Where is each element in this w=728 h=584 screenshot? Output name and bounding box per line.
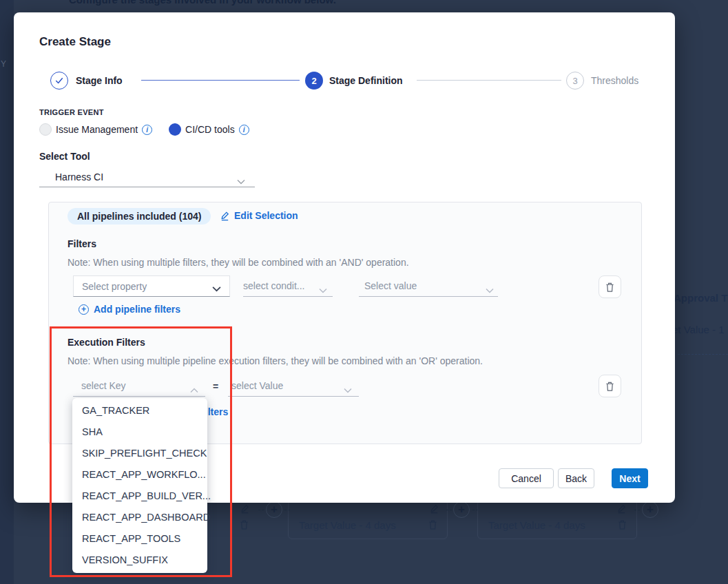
next-button[interactable]: Next <box>612 468 648 488</box>
background-stage-card: Target Value - 4 days <box>288 500 448 539</box>
dropdown-option[interactable]: REACT_APP_DASHBOARD <box>72 507 207 528</box>
plus-circle-icon: + <box>79 304 89 315</box>
target-value-label: Target Value - 4 days <box>299 519 396 531</box>
chevron-down-icon <box>344 384 352 396</box>
edit-icon <box>616 503 627 514</box>
step-number: 2 <box>311 76 316 86</box>
target-value-label: Target Value - 4 days <box>488 519 585 531</box>
trash-icon <box>605 381 615 392</box>
filters-title: Filters <box>67 238 96 249</box>
trash-icon <box>617 519 627 530</box>
info-icon[interactable]: i <box>239 125 249 135</box>
edit-icon <box>240 503 250 514</box>
check-icon <box>54 76 64 85</box>
background-dash <box>634 510 640 510</box>
key-select-placeholder: select Key <box>81 380 126 391</box>
delete-filter-button[interactable] <box>599 275 621 298</box>
step-stage-definition-label: Stage Definition <box>329 75 403 86</box>
dropdown-option[interactable]: VERSION_SUFFIX <box>72 550 207 571</box>
add-stage-icon: + <box>453 501 470 518</box>
chevron-up-icon <box>190 384 198 396</box>
stepper: Stage Info 2 Stage Definition 3 Threshol… <box>14 72 675 90</box>
step-number: 3 <box>572 76 577 86</box>
background-column-header: Approval Tim <box>674 292 728 304</box>
pipelines-included-chip: All pipelines included (104) <box>67 208 211 225</box>
radio-issue-management[interactable] <box>39 123 52 136</box>
modal-title: Create Stage <box>39 35 111 49</box>
execution-filters-title: Execution Filters <box>67 337 145 348</box>
property-select-placeholder: Select property <box>82 281 147 292</box>
tool-select[interactable]: Harness CI <box>39 169 255 187</box>
radio-cicd-tools-label: CI/CD tools <box>185 124 235 135</box>
property-select[interactable]: Select property <box>73 275 230 297</box>
dropdown-option[interactable]: REACT_APP_TOOLS <box>72 528 207 550</box>
condition-select-placeholder: select condit... <box>243 280 305 291</box>
exec-value-select-placeholder: select Value <box>231 380 283 391</box>
background-dash <box>258 510 264 510</box>
step-stage-definition-circle[interactable]: 2 <box>305 72 323 90</box>
tool-select-value: Harness CI <box>55 171 103 182</box>
radio-cicd-tools[interactable] <box>169 123 181 136</box>
step-stage-info-label: Stage Info <box>76 75 123 86</box>
dropdown-option[interactable]: SHA <box>72 421 207 443</box>
info-icon[interactable]: i <box>142 125 152 135</box>
stepper-connector <box>141 80 300 81</box>
equals-sign: = <box>213 381 218 392</box>
trigger-event-label: TRIGGER EVENT <box>39 108 104 116</box>
stepper-connector <box>417 80 561 81</box>
edit-selection-link[interactable]: Edit Selection <box>220 210 298 221</box>
background-subtitle: Configure the stages involved in your wo… <box>69 0 336 6</box>
screen: Configure the stages involved in your wo… <box>0 0 728 584</box>
background-cell-fragment: et Value - 1 <box>672 324 725 335</box>
trash-icon <box>428 519 438 530</box>
background-dash <box>446 510 452 510</box>
execution-filters-note: Note: When using multiple pipeline execu… <box>67 355 483 366</box>
select-tool-label: Select Tool <box>39 151 90 162</box>
add-pipeline-filters-link[interactable]: + Add pipeline filters <box>79 304 180 315</box>
key-select-dropdown: GA_TRACKER SHA SKIP_PREFLIGHT_CHECK REAC… <box>72 398 207 573</box>
value-select-placeholder: Select value <box>364 280 417 291</box>
step-thresholds-label: Thresholds <box>591 75 638 86</box>
cancel-button[interactable]: Cancel <box>499 468 554 488</box>
edit-selection-label: Edit Selection <box>234 210 298 221</box>
background-stage-card: Target Value - 4 days <box>477 500 637 539</box>
chevron-down-icon <box>237 175 245 187</box>
value-select[interactable]: Select value <box>359 278 498 297</box>
trash-icon <box>239 519 249 530</box>
step-stage-info-circle[interactable] <box>50 72 68 90</box>
dropdown-option[interactable]: SKIP_PREFLIGHT_CHECK <box>72 443 207 464</box>
add-stage-icon: + <box>266 501 282 518</box>
dropdown-option[interactable]: REACT_APP_BUILD_VER... <box>72 486 207 507</box>
filters-note: Note: When using multiple filters, they … <box>67 257 409 268</box>
dropdown-option[interactable]: REACT_APP_WORKFLO... <box>72 464 207 486</box>
add-stage-icon: + <box>642 501 658 518</box>
background-text-fragment: Y <box>1 59 6 69</box>
chevron-down-icon <box>486 284 494 296</box>
exec-value-select[interactable]: select Value <box>228 378 359 397</box>
chevron-down-icon <box>319 284 327 296</box>
step-thresholds-circle[interactable]: 3 <box>566 72 584 90</box>
add-pipeline-filters-label: Add pipeline filters <box>94 304 180 315</box>
background-dashed-line <box>678 354 728 355</box>
background-sidebar-strip <box>0 0 14 584</box>
delete-execution-filter-button[interactable] <box>599 375 621 397</box>
dropdown-option[interactable]: GA_TRACKER <box>72 400 207 421</box>
trigger-event-options: Issue Management i CI/CD tools i <box>39 123 249 136</box>
chevron-down-icon <box>212 282 221 295</box>
edit-icon <box>429 503 439 514</box>
trash-icon <box>605 282 615 293</box>
back-button[interactable]: Back <box>558 468 594 488</box>
edit-icon <box>220 211 230 221</box>
condition-select[interactable]: select condit... <box>243 278 333 297</box>
radio-issue-management-label: Issue Management <box>56 124 138 135</box>
key-select[interactable]: select Key <box>73 378 205 397</box>
